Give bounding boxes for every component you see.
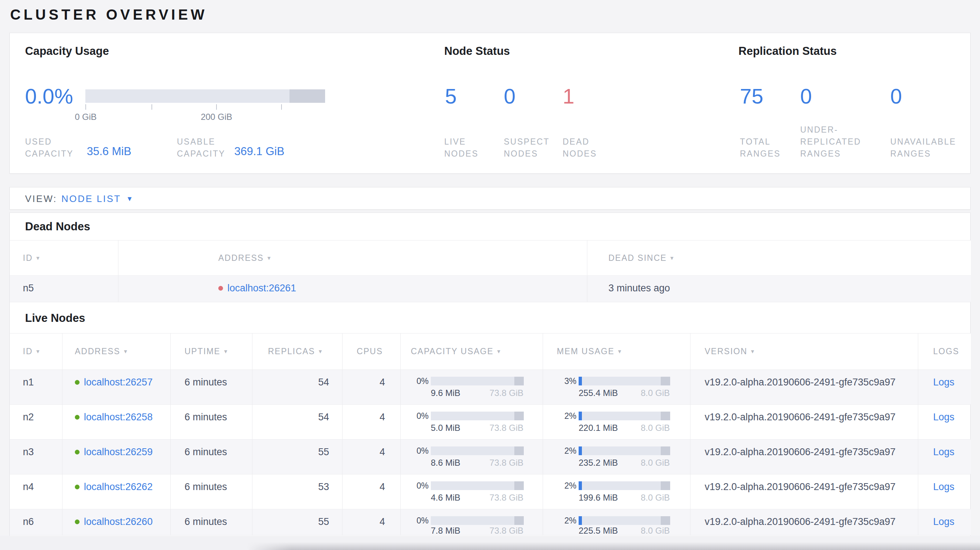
- node-logs-cell: Logs: [918, 440, 971, 474]
- node-replicas: 55: [253, 440, 342, 474]
- dead-node-id: n5: [10, 276, 118, 302]
- gauge-tick: [151, 104, 152, 110]
- live-node-row: n4 localhost:26262 6 minutes 53 4 0% 4.6…: [10, 474, 971, 509]
- node-uptime: 6 minutes: [171, 440, 253, 474]
- mem-pct: 2%: [550, 516, 576, 525]
- node-status-title: Node Status: [444, 45, 510, 58]
- node-logs-cell: Logs: [918, 405, 971, 439]
- logs-link[interactable]: Logs: [933, 447, 955, 457]
- live-status-dot-icon: [75, 450, 80, 455]
- live-col-id[interactable]: ID: [10, 334, 62, 369]
- node-replicas: 54: [253, 405, 342, 439]
- node-address-link[interactable]: localhost:26259: [84, 447, 153, 457]
- node-address-link[interactable]: localhost:26257: [84, 377, 153, 388]
- node-id: n6: [10, 509, 62, 535]
- view-label: VIEW:: [25, 193, 57, 205]
- mem-pct: 2%: [550, 447, 576, 455]
- gauge-tick: [85, 104, 86, 110]
- usable-capacity-label: USABLE CAPACITY: [177, 136, 225, 160]
- capacity-used: 5.0 MiB: [431, 423, 460, 433]
- node-id: n2: [10, 405, 62, 439]
- node-version: v19.2.0-alpha.20190606-2491-gfe735c9a97: [690, 440, 918, 474]
- logs-link[interactable]: Logs: [933, 377, 955, 388]
- capacity-pct: 0%: [402, 516, 429, 525]
- sort-caret-icon: [497, 348, 501, 355]
- gauge-tick: [281, 104, 282, 110]
- used-capacity-value: 35.6 MiB: [87, 145, 131, 158]
- replication-status-title: Replication Status: [738, 45, 837, 58]
- live-nodes-label: LIVE NODES: [444, 136, 478, 160]
- mem-bar: [579, 447, 670, 455]
- sort-caret-icon: [618, 348, 622, 355]
- live-col-mem[interactable]: MEM USAGE: [543, 334, 690, 369]
- live-node-row: n1 localhost:26257 6 minutes 54 4 0% 9.6…: [10, 370, 971, 405]
- mem-total: 8.0 GiB: [641, 423, 670, 433]
- sort-caret-icon: [36, 348, 40, 355]
- capacity-pct: 0%: [402, 447, 429, 455]
- capacity-total: 73.8 GiB: [490, 457, 523, 468]
- dead-col-dead-since[interactable]: DEAD SINCE: [587, 240, 971, 275]
- node-address-link[interactable]: localhost:26260: [84, 516, 153, 527]
- dead-node-address-link[interactable]: localhost:26261: [228, 283, 296, 294]
- dead-col-address[interactable]: ADDRESS: [118, 240, 587, 275]
- live-status-dot-icon: [75, 380, 80, 385]
- live-status-dot-icon: [75, 520, 80, 524]
- mem-used: 235.2 MiB: [579, 457, 618, 468]
- capacity-gauge-endcap: [290, 89, 325, 103]
- live-node-row: n3 localhost:26259 6 minutes 55 4 0% 8.6…: [10, 440, 971, 474]
- node-version: v19.2.0-alpha.20190606-2491-gfe735c9a97: [690, 370, 918, 404]
- dead-col-id[interactable]: ID: [10, 240, 118, 275]
- node-version: v19.2.0-alpha.20190606-2491-gfe735c9a97: [690, 474, 918, 509]
- live-col-capacity[interactable]: CAPACITY USAGE: [401, 334, 543, 369]
- capacity-used: 8.6 MiB: [431, 457, 460, 468]
- logs-link[interactable]: Logs: [933, 516, 955, 527]
- gauge-tick-label: 0 GiB: [57, 112, 115, 122]
- live-col-replicas[interactable]: REPLICAS: [253, 334, 342, 369]
- node-address-link[interactable]: localhost:26262: [84, 481, 153, 492]
- node-address-cell: localhost:26260: [62, 509, 171, 535]
- capacity-used: 9.6 MiB: [431, 388, 460, 399]
- node-cpus: 4: [342, 440, 401, 474]
- suspect-nodes-label: SUSPECT NODES: [504, 136, 550, 160]
- node-replicas: 55: [253, 509, 342, 535]
- capacity-percent: 0.0%: [25, 85, 73, 107]
- live-col-cpus: CPUS: [342, 334, 401, 369]
- live-nodes-heading: Live Nodes: [25, 312, 85, 325]
- node-address-cell: localhost:26258: [62, 405, 171, 439]
- mem-used: 225.5 MiB: [579, 525, 618, 536]
- bottom-scroll-shadow: [247, 542, 980, 550]
- node-mem-usage: 2% 220.1 MiB8.0 GiB: [543, 405, 690, 439]
- sort-caret-icon: [318, 348, 323, 355]
- sort-caret-icon: [36, 254, 40, 262]
- logs-link[interactable]: Logs: [933, 481, 955, 492]
- capacity-total: 73.8 GiB: [490, 492, 523, 503]
- dead-nodes-count: 1: [563, 85, 574, 107]
- capacity-bar: [431, 481, 524, 490]
- node-address-link[interactable]: localhost:26258: [84, 412, 153, 423]
- mem-used: 199.6 MiB: [579, 492, 618, 503]
- capacity-gauge: 0 GiB 200 GiB: [85, 89, 325, 103]
- mem-pct: 2%: [550, 412, 576, 420]
- view-selector-dropdown[interactable]: NODE LIST▾: [61, 193, 132, 205]
- under-replicated-label: UNDER- REPLICATED RANGES: [800, 124, 861, 160]
- live-nodes-table: ID ADDRESS UPTIME REPLICAS CPUS CAPACITY…: [10, 333, 971, 536]
- suspect-nodes-count: 0: [504, 85, 515, 107]
- live-col-address[interactable]: ADDRESS: [62, 334, 171, 369]
- live-col-version[interactable]: VERSION: [690, 334, 918, 369]
- node-cpus: 4: [342, 370, 401, 404]
- nodes-card: Dead Nodes ID ADDRESS DEAD SINCE n5 loca…: [10, 213, 970, 536]
- live-col-logs: LOGS: [918, 334, 971, 369]
- gauge-tick-label: 200 GiB: [188, 112, 245, 122]
- live-col-uptime[interactable]: UPTIME: [171, 334, 253, 369]
- capacity-bar: [431, 412, 524, 420]
- live-node-row: n6 localhost:26260 6 minutes 55 4 0% 7.8…: [10, 509, 971, 536]
- node-replicas: 54: [253, 370, 342, 404]
- node-cpus: 4: [342, 474, 401, 509]
- sort-caret-icon: [224, 348, 228, 355]
- dead-node-address-cell: localhost:26261: [118, 276, 587, 302]
- node-id: n1: [10, 370, 62, 404]
- capacity-pct: 0%: [402, 377, 429, 385]
- node-version: v19.2.0-alpha.20190606-2491-gfe735c9a97: [690, 405, 918, 439]
- sort-caret-icon: [751, 348, 755, 355]
- logs-link[interactable]: Logs: [933, 412, 955, 423]
